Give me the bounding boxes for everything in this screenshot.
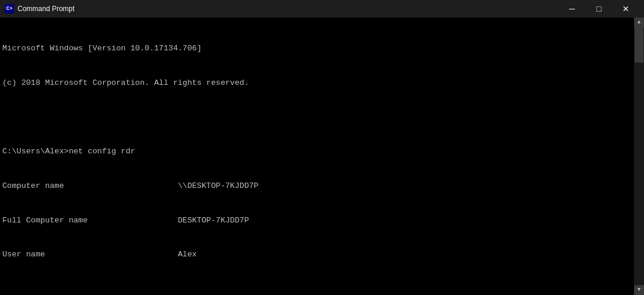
titlebar-title: Command Prompt <box>18 5 74 13</box>
minimize-button[interactable]: ─ <box>559 0 585 18</box>
line5: Computer name \\DESKTOP-7KJDD7P <box>2 180 630 192</box>
titlebar-controls: ─ □ ✕ <box>559 0 639 18</box>
line2: (c) 2018 Microsoft Corporation. All righ… <box>2 77 630 89</box>
scrollbar-thumb[interactable] <box>635 28 643 63</box>
line1: Microsoft Windows [Version 10.0.17134.70… <box>2 43 630 54</box>
cmd-icon-graphic: C> <box>5 4 14 13</box>
cmd-app-icon: C> <box>5 4 14 13</box>
titlebar-left: C> Command Prompt <box>5 4 74 13</box>
terminal-window: Microsoft Windows [Version 10.0.17134.70… <box>0 18 644 295</box>
restore-button[interactable]: □ <box>585 0 612 18</box>
scroll-up-button[interactable]: ▲ <box>634 18 644 28</box>
scrollbar[interactable]: ▲ ▼ <box>634 18 644 295</box>
line8 <box>2 283 630 295</box>
titlebar: C> Command Prompt ─ □ ✕ <box>0 0 644 18</box>
line3 <box>2 112 630 124</box>
scrollbar-track <box>634 28 644 285</box>
scroll-down-button[interactable]: ▼ <box>634 285 644 295</box>
close-button[interactable]: ✕ <box>612 0 639 18</box>
line4: C:\Users\Alex>net config rdr <box>2 146 630 157</box>
line6: Full Computer name DESKTOP-7KJDD7P <box>2 215 630 227</box>
terminal-content: Microsoft Windows [Version 10.0.17134.70… <box>2 20 642 295</box>
line7: User name Alex <box>2 249 630 260</box>
